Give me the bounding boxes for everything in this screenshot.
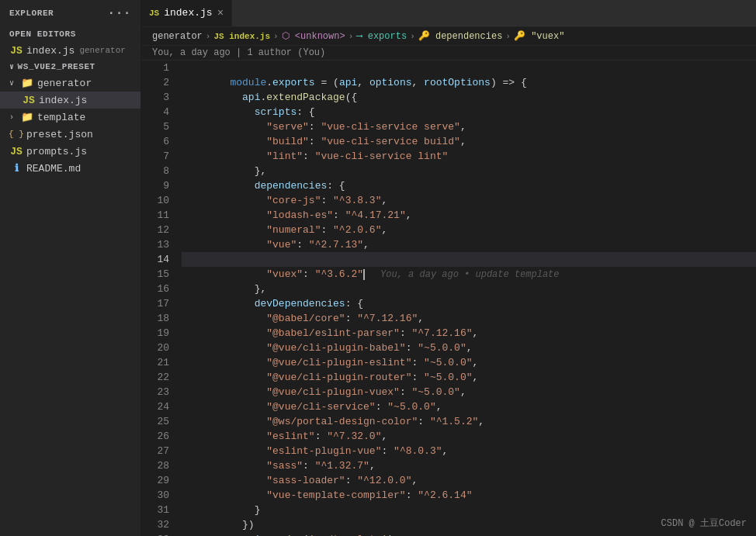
ln-15: 15 bbox=[154, 267, 169, 282]
chevron-right-icon: › bbox=[9, 113, 19, 122]
js-icon: JS bbox=[22, 95, 36, 106]
ln-19: 19 bbox=[154, 326, 169, 341]
code-line-20: "@vue/cli-plugin-eslint": "~5.0.0", bbox=[182, 341, 756, 355]
sidebar-item-readme[interactable]: ℹ README.md bbox=[0, 160, 140, 177]
code-line-27: "sass": "^1.32.7", bbox=[182, 444, 756, 458]
sidebar-item-label: generator bbox=[37, 78, 92, 89]
code-line-28: "sass-loader": "^12.0.0", bbox=[182, 458, 756, 473]
ln-30: 30 bbox=[154, 488, 169, 503]
ln-11: 11 bbox=[154, 208, 169, 223]
open-editors-header: OPEN EDITORS bbox=[0, 26, 140, 42]
breadcrumb-unknown[interactable]: ⬡ <unknown> bbox=[282, 30, 345, 42]
code-line-2: api.extendPackage({ bbox=[182, 75, 756, 90]
ln-23: 23 bbox=[154, 385, 169, 399]
code-line-4: "serve": "vue-cli-service serve", bbox=[182, 105, 756, 119]
code-line-25: "eslint": "^7.32.0", bbox=[182, 414, 756, 429]
breadcrumb-generator[interactable]: generator bbox=[152, 31, 203, 42]
explorer-header: EXPLORER ··· bbox=[0, 0, 140, 26]
breadcrumb-index-js[interactable]: JS index.js bbox=[213, 32, 270, 41]
ln-14: 14 bbox=[154, 252, 169, 267]
code-line-29: "vue-template-compiler": "^2.6.14" bbox=[182, 473, 756, 488]
code-line-30: } bbox=[182, 488, 756, 503]
line-numbers: 1 2 3 4 5 6 7 8 9 10 11 12 13 14 15 16 1… bbox=[141, 61, 175, 536]
code-line-1: module.exports = (api, options, rootOpti… bbox=[182, 61, 756, 75]
ln-1: 1 bbox=[154, 61, 169, 75]
editor-area: JS index.js × generator › JS index.js › … bbox=[141, 0, 756, 536]
ln-18: 18 bbox=[154, 311, 169, 326]
sidebar-item-index-js[interactable]: JS index.js bbox=[0, 92, 140, 109]
ln-17: 17 bbox=[154, 296, 169, 311]
code-line-16: devDependencies: { bbox=[182, 282, 756, 296]
code-line-7: }, bbox=[182, 149, 756, 164]
sidebar-item-template[interactable]: › 📁 template bbox=[0, 109, 140, 126]
code-line-33: } bbox=[182, 532, 756, 536]
ln-32: 32 bbox=[154, 517, 169, 532]
ln-10: 10 bbox=[154, 193, 169, 208]
ln-16: 16 bbox=[154, 282, 169, 296]
code-line-8: dependencies: { bbox=[182, 164, 756, 178]
tab-label: index.js bbox=[164, 7, 212, 19]
git-blame-bar: You, a day ago | 1 author (You) bbox=[141, 46, 756, 61]
chevron-down-icon: ∨ bbox=[9, 78, 19, 88]
js-icon: JS bbox=[9, 45, 23, 57]
code-line-5: "build": "vue-cli-service build", bbox=[182, 119, 756, 134]
code-line-18: "@babel/eslint-parser": "^7.12.16", bbox=[182, 311, 756, 326]
ln-27: 27 bbox=[154, 444, 169, 458]
breadcrumb-exports[interactable]: ⟶ exports bbox=[356, 30, 407, 42]
ln-22: 22 bbox=[154, 370, 169, 385]
code-line-17: "@babel/core": "^7.12.16", bbox=[182, 296, 756, 311]
code-line-13: "vue-router": "^3.5.1", bbox=[182, 237, 756, 252]
ln-29: 29 bbox=[154, 473, 169, 488]
breadcrumb-vuex[interactable]: 🔑 "vuex" bbox=[514, 30, 564, 42]
code-line-12: "vue": "^2.7.13", bbox=[182, 223, 756, 237]
ln-2: 2 bbox=[154, 75, 169, 90]
ln-3: 3 bbox=[154, 90, 169, 105]
ln-12: 12 bbox=[154, 223, 169, 237]
sidebar-item-label: index.js bbox=[39, 95, 87, 106]
code-line-21: "@vue/cli-plugin-router": "~5.0.0", bbox=[182, 355, 756, 370]
breadcrumb-dependencies[interactable]: 🔑 dependencies bbox=[418, 30, 503, 42]
ln-21: 21 bbox=[154, 355, 169, 370]
code-line-14: "vuex": "^3.6.2"You, a day ago • update … bbox=[182, 252, 756, 267]
sidebar: EXPLORER ··· OPEN EDITORS JS index.js ge… bbox=[0, 0, 141, 536]
code-line-26: "eslint-plugin-vue": "^8.0.3", bbox=[182, 429, 756, 444]
ln-8: 8 bbox=[154, 164, 169, 178]
ws-preset-header[interactable]: ∨ WS_VUE2_PRESET bbox=[0, 59, 140, 74]
explorer-title: EXPLORER bbox=[9, 9, 54, 18]
sidebar-item-preset-json[interactable]: { } preset.json bbox=[0, 126, 140, 143]
code-line-19: "@vue/cli-plugin-babel": "~5.0.0", bbox=[182, 326, 756, 341]
ln-4: 4 bbox=[154, 105, 169, 119]
code-line-23: "@vue/cli-service": "~5.0.0", bbox=[182, 385, 756, 399]
explorer-menu-button[interactable]: ··· bbox=[108, 6, 131, 20]
ln-28: 28 bbox=[154, 458, 169, 473]
info-icon: ℹ bbox=[9, 162, 23, 175]
chevron-down-icon: ∨ bbox=[9, 62, 15, 71]
sidebar-item-prompts-js[interactable]: JS prompts.js bbox=[0, 143, 140, 160]
close-tab-button[interactable]: × bbox=[217, 7, 224, 19]
ln-25: 25 bbox=[154, 414, 169, 429]
code-line-9: "core-js": "^3.8.3", bbox=[182, 178, 756, 193]
code-line-6: "lint": "vue-cli-service lint" bbox=[182, 134, 756, 149]
ln-5: 5 bbox=[154, 119, 169, 134]
ws-preset-label: WS_VUE2_PRESET bbox=[18, 62, 95, 71]
breadcrumb: generator › JS index.js › ⬡ <unknown> › … bbox=[141, 27, 756, 46]
ln-13: 13 bbox=[154, 237, 169, 252]
watermark: CSDN @ 土豆Coder bbox=[661, 517, 747, 530]
code-editor[interactable]: 1 2 3 4 5 6 7 8 9 10 11 12 13 14 15 16 1… bbox=[141, 61, 756, 536]
ln-20: 20 bbox=[154, 341, 169, 355]
tab-index-js[interactable]: JS index.js × bbox=[141, 0, 232, 26]
ln-9: 9 bbox=[154, 178, 169, 193]
code-line-15: }, bbox=[182, 267, 756, 282]
ln-7: 7 bbox=[154, 149, 169, 164]
open-editor-index-js[interactable]: JS index.js generator bbox=[0, 42, 140, 59]
sidebar-item-label: preset.json bbox=[26, 129, 93, 140]
ln-24: 24 bbox=[154, 399, 169, 414]
sidebar-item-generator[interactable]: ∨ 📁 generator bbox=[0, 74, 140, 92]
code-line-31: }) bbox=[182, 503, 756, 517]
git-blame-text: You, a day ago | 1 author (You) bbox=[152, 47, 325, 58]
sidebar-item-label: prompts.js bbox=[26, 146, 87, 157]
code-line-10: "lodash-es": "^4.17.21", bbox=[182, 193, 756, 208]
ln-26: 26 bbox=[154, 429, 169, 444]
ln-33: 33 bbox=[154, 532, 169, 536]
code-content[interactable]: module.exports = (api, options, rootOpti… bbox=[175, 61, 756, 536]
